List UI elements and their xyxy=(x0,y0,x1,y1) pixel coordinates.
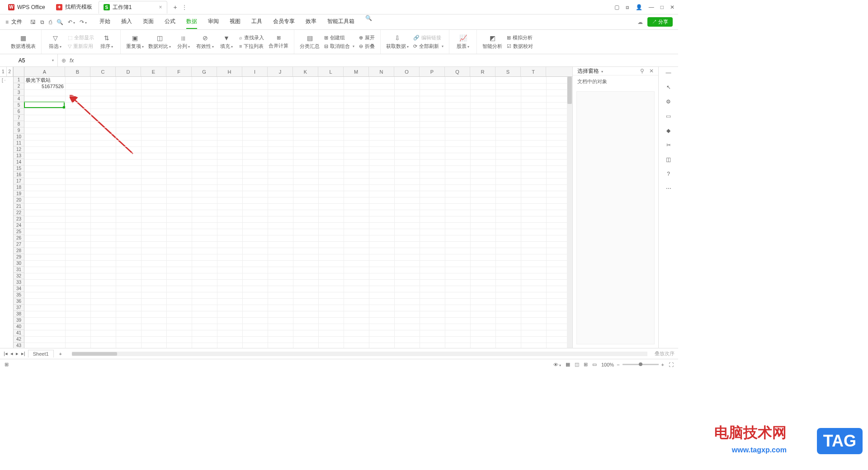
col-header-p[interactable]: P xyxy=(420,67,445,76)
maximize-icon[interactable]: □ xyxy=(660,4,664,10)
row-header-15[interactable]: 15 xyxy=(14,165,24,172)
row-header-43[interactable]: 43 xyxy=(14,343,24,348)
row-header-6[interactable]: 6 xyxy=(14,108,24,115)
group-button[interactable]: ⊞创建组 xyxy=(324,34,354,41)
more-icon[interactable]: ⋯ xyxy=(666,185,671,192)
col-header-b[interactable]: B xyxy=(65,67,90,76)
col-header-r[interactable]: R xyxy=(470,67,495,76)
formula-input[interactable] xyxy=(77,57,675,64)
ungroup-button[interactable]: ⊟取消组合▾ xyxy=(324,43,354,50)
horizontal-scrollbar[interactable] xyxy=(72,352,647,356)
edit-link-button[interactable]: 🔗编辑链接 xyxy=(413,34,443,41)
cursor-tool-icon[interactable]: ↖ xyxy=(666,84,671,90)
tools-icon[interactable]: ✂ xyxy=(666,142,671,148)
fullscreen-icon[interactable]: ⛶ xyxy=(669,362,674,367)
cloud-icon[interactable]: ☁ xyxy=(637,19,643,25)
close-pane-icon[interactable]: ✕ xyxy=(649,68,654,74)
eye-icon[interactable]: 👁▾ xyxy=(553,362,561,367)
row-header-16[interactable]: 16 xyxy=(14,172,24,178)
row-header-23[interactable]: 23 xyxy=(14,216,24,222)
sheet-add[interactable]: + xyxy=(57,351,65,357)
row-header-39[interactable]: 39 xyxy=(14,317,24,324)
tab-wps[interactable]: W WPS Office xyxy=(4,1,50,14)
data-check-button[interactable]: ☑数据校对 xyxy=(507,43,533,50)
share-button[interactable]: ↗ 分享 xyxy=(647,17,673,27)
row-header-4[interactable]: 4 xyxy=(14,96,24,102)
tab-start[interactable]: 开始 xyxy=(99,15,110,29)
tab-close[interactable]: × xyxy=(159,4,162,10)
row-header-22[interactable]: 22 xyxy=(14,210,24,216)
row-header-27[interactable]: 27 xyxy=(14,241,24,248)
col-header-k[interactable]: K xyxy=(293,67,318,76)
close-icon[interactable]: ✕ xyxy=(670,4,675,10)
collapse-button[interactable]: ⊖折叠 xyxy=(359,43,375,50)
fill-button[interactable]: ▼填充▾ xyxy=(218,34,235,50)
col-header-c[interactable]: C xyxy=(90,67,116,76)
dedup-button[interactable]: ▣重复项▾ xyxy=(126,34,144,50)
zoom-out-icon[interactable]: − xyxy=(617,362,619,367)
tab-smart[interactable]: 智能工具箱 xyxy=(327,15,354,29)
row-header-10[interactable]: 10 xyxy=(14,134,24,140)
row-header-25[interactable]: 25 xyxy=(14,229,24,235)
outline-level-1[interactable]: 1 xyxy=(0,67,7,76)
row-header-12[interactable]: 12 xyxy=(14,146,24,153)
row-header-38[interactable]: 38 xyxy=(14,311,24,317)
stack-order-label[interactable]: 叠放次序 xyxy=(655,350,675,357)
undo-icon[interactable]: ↶▾ xyxy=(68,19,75,25)
zoom-value[interactable]: 100% xyxy=(601,362,614,367)
refresh-all-button[interactable]: ⟳全部刷新▾ xyxy=(413,43,443,50)
col-header-f[interactable]: F xyxy=(166,67,192,76)
col-header-q[interactable]: Q xyxy=(445,67,470,76)
cells[interactable]: 极光下载站 51677526 xyxy=(24,77,567,348)
reapply-button[interactable]: ▽重新应用 xyxy=(68,43,94,50)
col-header-s[interactable]: S xyxy=(495,67,521,76)
row-header-30[interactable]: 30 xyxy=(14,260,24,267)
outline-level-2[interactable]: 2 xyxy=(7,67,14,76)
sheet-prev-icon[interactable]: ◂ xyxy=(10,351,13,357)
hamburger-icon[interactable]: ≡ xyxy=(5,19,9,25)
tab-page[interactable]: 页面 xyxy=(143,15,154,29)
col-header-e[interactable]: E xyxy=(141,67,166,76)
row-header-14[interactable]: 14 xyxy=(14,159,24,165)
show-all-button[interactable]: ⬚全部显示 xyxy=(68,34,94,41)
row-header-17[interactable]: 17 xyxy=(14,178,24,184)
row-header-7[interactable]: 7 xyxy=(14,115,24,121)
print-icon[interactable]: ⎙ xyxy=(49,19,52,25)
hscroll-thumb[interactable] xyxy=(72,352,117,356)
cube-icon[interactable]: ⧈ xyxy=(626,4,629,10)
tab-view[interactable]: 视图 xyxy=(230,15,241,29)
zoom-slider[interactable] xyxy=(623,364,659,365)
layout-tool-icon[interactable]: ▭ xyxy=(666,113,671,119)
sheet-last-icon[interactable]: ▸| xyxy=(21,351,25,357)
name-box[interactable]: ▾ xyxy=(0,54,58,66)
sheet-next-icon[interactable]: ▸ xyxy=(16,351,19,357)
grid[interactable]: ABCDEFGHIJKLMNOPQRST 1234567891011121314… xyxy=(14,67,572,348)
save-icon[interactable]: 🖫 xyxy=(30,19,36,25)
row-header-3[interactable]: 3 xyxy=(14,89,24,96)
tab-insert[interactable]: 插入 xyxy=(121,15,132,29)
validity-button[interactable]: ⊘有效性▾ xyxy=(196,34,214,50)
expand-button[interactable]: ⊕展开 xyxy=(359,34,375,41)
row-header-5[interactable]: 5 xyxy=(14,102,24,108)
stock-button[interactable]: 📈股票▾ xyxy=(455,34,471,50)
redo-icon[interactable]: ↷▾ xyxy=(80,19,87,25)
smart-analysis-button[interactable]: ◩智能分析 xyxy=(482,34,502,50)
search-icon[interactable]: 🔍 xyxy=(365,15,372,29)
col-header-n[interactable]: N xyxy=(369,67,394,76)
tab-efficiency[interactable]: 效率 xyxy=(306,15,316,29)
tab-templates[interactable]: ✦ 找稻壳模板 xyxy=(52,1,97,14)
row-header-34[interactable]: 34 xyxy=(14,286,24,292)
app-box-icon[interactable]: ▢ xyxy=(614,4,619,10)
help-icon[interactable]: ? xyxy=(667,171,670,177)
tab-add[interactable]: + xyxy=(169,4,182,11)
name-box-dropdown-icon[interactable]: ▾ xyxy=(52,58,54,62)
col-header-o[interactable]: O xyxy=(394,67,420,76)
row-header-33[interactable]: 33 xyxy=(14,279,24,286)
row-header-9[interactable]: 9 xyxy=(14,127,24,134)
cell-reference-input[interactable] xyxy=(4,57,40,64)
get-data-button[interactable]: ⇩获取数据▾ xyxy=(386,34,409,50)
col-header-m[interactable]: M xyxy=(344,67,369,76)
vertical-scrollbar[interactable] xyxy=(567,77,572,348)
row-header-35[interactable]: 35 xyxy=(14,292,24,298)
zoom-in-icon[interactable]: + xyxy=(661,362,664,367)
